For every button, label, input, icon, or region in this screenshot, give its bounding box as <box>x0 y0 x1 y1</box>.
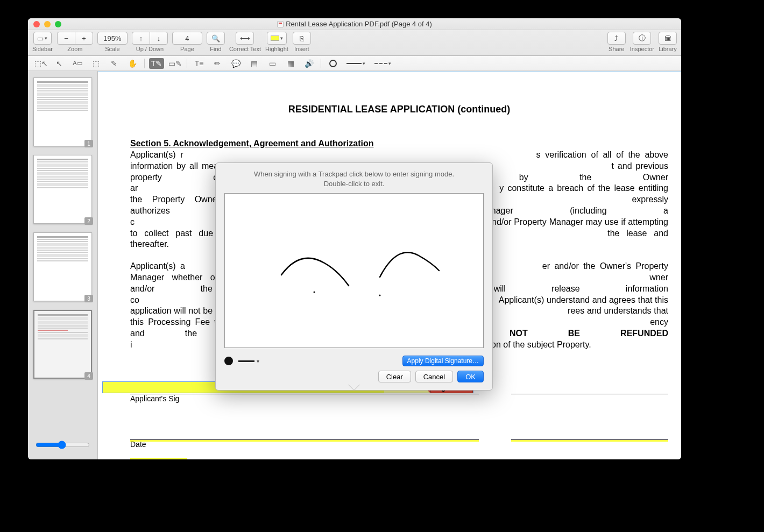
comment-tool-icon[interactable]: 💬 <box>228 58 243 69</box>
signature-label: Applicant's Sig <box>130 394 479 403</box>
toolbar-label: Share <box>609 46 624 52</box>
pdf-document-icon <box>277 21 284 27</box>
toolbar-label: Insert <box>294 46 309 52</box>
svg-point-0 <box>314 292 315 293</box>
page-up-button[interactable]: ↑ <box>132 32 150 45</box>
page-number-badge: 3 <box>84 295 93 302</box>
toolbar-label: Scale <box>105 46 120 52</box>
section-heading: Section 5. Acknowledgement, Agreement an… <box>130 139 668 148</box>
sidebar-toggle-button[interactable]: ▭▾ <box>33 32 52 45</box>
thumbnail-sidebar: 1 2 3 4 <box>28 71 98 459</box>
stamp-tool-icon[interactable]: ▭✎ <box>167 58 182 69</box>
page-number-field[interactable]: 4 <box>172 32 202 45</box>
select-tool-icon[interactable]: ⬚↖ <box>33 58 48 69</box>
line-style-menu[interactable]: ▾ <box>344 58 367 69</box>
toolbar-label: Correct Text <box>229 46 261 52</box>
window-title: Rental Lease Application PDF.pdf (Page 4… <box>28 20 681 28</box>
link-tool-icon[interactable]: ▭ <box>265 58 280 69</box>
annotation-toolbar: ⬚↖ ↖ A▭ ⬚ ✎ ✋ T✎ ▭✎ T≡ ✏ 💬 ▤ ▭ ▦ 🔊 ▾ ▾ <box>28 56 681 71</box>
note-tool-icon[interactable]: ▤ <box>246 58 261 69</box>
text-select-tool-icon[interactable]: A▭ <box>70 58 85 69</box>
popover-instructions: When signing with a Trackpad click below… <box>224 169 484 189</box>
zoom-out-button[interactable]: − <box>57 32 75 45</box>
shape-circle-icon[interactable] <box>326 58 341 69</box>
toolbar-label: Highlight <box>265 46 288 52</box>
signature-tool-icon[interactable]: T✎ <box>149 58 164 69</box>
find-button[interactable]: 🔍 <box>207 32 225 45</box>
signature-drawing-area[interactable] <box>224 193 484 348</box>
close-window-button[interactable] <box>33 21 40 27</box>
page-number-badge: 1 <box>84 140 93 147</box>
page-number-badge: 4 <box>84 372 93 380</box>
thumbnail-size-slider[interactable] <box>36 441 90 449</box>
correct-text-button[interactable]: ⟷ <box>236 32 254 45</box>
scale-field[interactable]: 195% <box>97 32 128 45</box>
pencil-tool-icon[interactable]: ✎ <box>107 58 122 69</box>
textbox-tool-icon[interactable]: T≡ <box>192 58 207 69</box>
svg-point-1 <box>379 295 381 296</box>
apply-digital-signature-button[interactable]: Apply Digital Signature… <box>402 356 484 366</box>
crop-tool-icon[interactable]: ⬚ <box>88 58 103 69</box>
titlebar: Rental Lease Application PDF.pdf (Page 4… <box>28 18 681 30</box>
page-thumbnail[interactable]: 2 <box>33 155 92 224</box>
toolbar-label: Page <box>180 46 194 52</box>
toolbar-label: Find <box>210 46 221 52</box>
app-window: Rental Lease Application PDF.pdf (Page 4… <box>28 18 681 459</box>
ok-button[interactable]: OK <box>457 371 484 382</box>
marker-tool-icon[interactable]: ✏ <box>210 58 225 69</box>
share-button[interactable]: ⤴ <box>607 32 626 45</box>
inspector-button[interactable]: ⓘ <box>633 32 651 45</box>
toolbar-label: Library <box>659 46 677 52</box>
highlight-button[interactable]: ▾ <box>267 32 287 45</box>
toolbar-label: Inspector <box>630 46 654 52</box>
body-text: The undersign <box>130 458 187 459</box>
zoom-in-button[interactable]: + <box>75 32 93 45</box>
line-dash-menu[interactable]: ▾ <box>371 58 394 69</box>
page-thumbnail[interactable]: 3 <box>33 232 92 301</box>
toolbar-label: Up / Down <box>136 46 164 52</box>
main-toolbar: ▭▾ Sidebar − + Zoom 195% Scale ↑ ↓ Up / … <box>28 30 681 56</box>
page-number-badge: 2 <box>84 217 93 225</box>
signature-popover: When signing with a Trackpad click below… <box>215 162 493 391</box>
fullscreen-window-button[interactable] <box>55 21 61 27</box>
sound-tool-icon[interactable]: 🔊 <box>301 58 316 69</box>
insert-button[interactable]: ⎘ <box>293 32 311 45</box>
pen-color-button[interactable] <box>224 357 233 365</box>
document-heading: RESIDENTIAL LEASE APPLICATION (continued… <box>130 104 668 115</box>
page-thumbnail-selected[interactable]: 4 <box>33 310 92 379</box>
cancel-button[interactable]: Cancel <box>415 371 453 382</box>
page-down-button[interactable]: ↓ <box>150 32 168 45</box>
pen-thickness-menu[interactable]: ▾ <box>238 358 259 364</box>
clear-button[interactable]: Clear <box>378 371 411 382</box>
pan-tool-icon[interactable]: ✋ <box>125 58 140 69</box>
page-thumbnail[interactable]: 1 <box>33 77 92 146</box>
toolbar-label: Sidebar <box>32 46 53 52</box>
library-button[interactable]: 🏛 <box>659 32 677 45</box>
toolbar-label: Zoom <box>67 46 82 52</box>
attachment-tool-icon[interactable]: ▦ <box>283 58 298 69</box>
minimize-window-button[interactable] <box>44 21 51 27</box>
pointer-tool-icon[interactable]: ↖ <box>52 58 67 69</box>
